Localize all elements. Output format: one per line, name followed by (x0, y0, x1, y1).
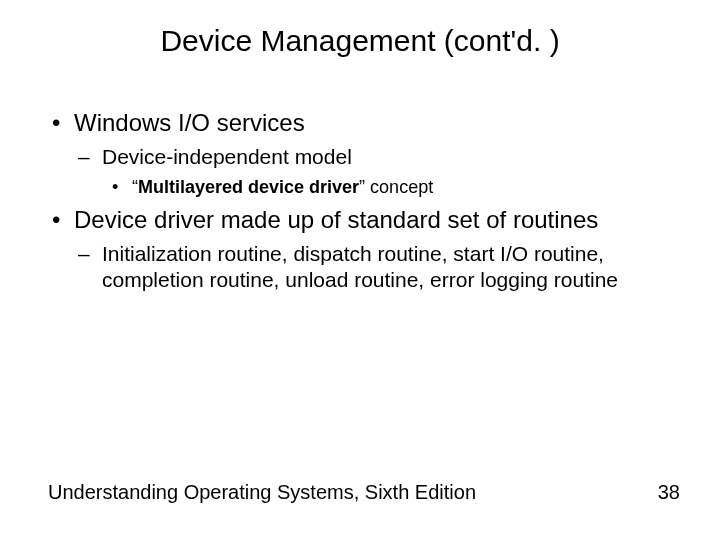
bullet-level1: Windows I/O services (48, 108, 680, 138)
footer-text: Understanding Operating Systems, Sixth E… (48, 481, 476, 504)
bullet-level2: Device-independent model (48, 144, 680, 170)
text-bold: Multilayered device driver (138, 177, 359, 197)
bullet-level1: Device driver made up of standard set of… (48, 205, 680, 235)
text-fragment: ” concept (359, 177, 433, 197)
slide-body: Windows I/O services Device-independent … (48, 108, 680, 299)
slide-title: Device Management (cont'd. ) (0, 24, 720, 58)
slide: Device Management (cont'd. ) Windows I/O… (0, 0, 720, 540)
bullet-level2: Initialization routine, dispatch routine… (48, 241, 680, 294)
bullet-level3: “Multilayered device driver” concept (48, 176, 680, 199)
page-number: 38 (658, 481, 680, 504)
